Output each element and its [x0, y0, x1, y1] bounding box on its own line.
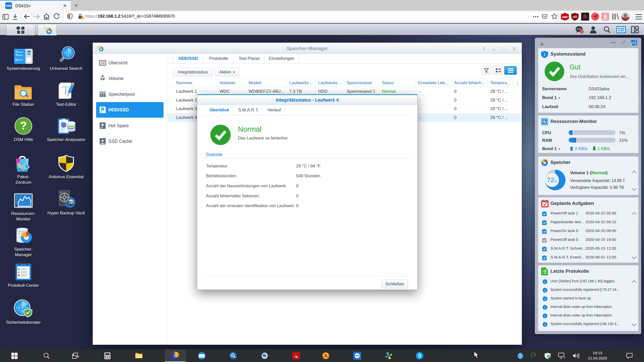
svg-text:i: i [545, 314, 546, 318]
svg-text:i: i [545, 289, 546, 292]
svg-text:i: i [545, 306, 546, 309]
svg-text:S: S [418, 353, 421, 358]
svg-text:i: i [545, 280, 546, 284]
svg-text:Pro: Pro [263, 357, 266, 359]
svg-text:i: i [545, 297, 546, 301]
svg-text:i: i [545, 323, 546, 327]
svg-text:?: ? [20, 119, 27, 132]
svg-text:uO: uO [573, 15, 577, 19]
svg-text:ABP: ABP [562, 16, 568, 19]
svg-text:DSM: DSM [6, 5, 11, 7]
svg-text:i: i [544, 52, 545, 57]
